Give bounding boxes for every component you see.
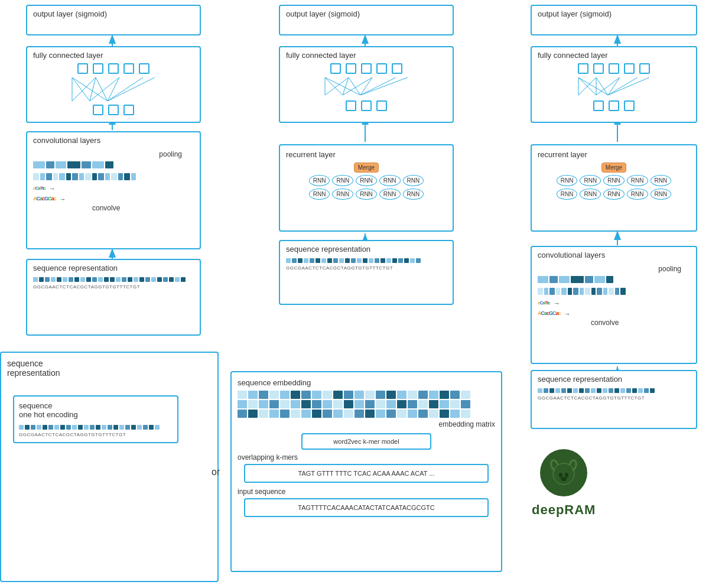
rnn-node: RNN [557,189,578,200]
dot [614,388,619,393]
svg-line-42 [96,77,108,101]
col3-motif-row2: ACacGCac → [538,310,690,317]
dot [96,425,100,430]
svg-line-48 [325,77,343,95]
dot [143,425,148,430]
col3-conv-label: convolutional layers [538,251,605,259]
dot [304,258,308,263]
kmers-text: TAGT GTTT TTTC TCAC ACAA AAAC ACAT ... [298,470,435,477]
nn-node [93,63,103,74]
svg-line-49 [325,77,360,95]
nn-node [609,63,619,74]
one-hot-dots [19,425,173,430]
dot [298,258,303,263]
dot [292,258,297,263]
col3-nn-row-bottom [593,100,635,111]
dot [48,425,53,430]
dot [145,277,150,282]
dot [84,425,89,430]
nn-node [593,63,604,74]
col3-conv-box: convolutional layers pooling [531,246,697,364]
dot [37,425,41,430]
svg-point-68 [559,473,562,477]
col2-merge-container: Merge [286,163,447,173]
col3-seqrep-label: sequence representation [538,375,622,384]
dot [108,425,112,430]
seq-embed-title: sequence embedding [238,378,495,387]
dot [351,258,356,263]
input-seq-box: TAGTTTTCACAAACATACTATCAATACGCGTC [244,498,489,517]
dot [310,258,314,263]
dot [69,277,73,282]
col3-motif2: ACacGCac [538,311,561,317]
nn-node [624,63,635,74]
dot [72,425,77,430]
deepram-logo-circle [540,449,587,496]
dot [45,277,50,282]
col2-seqrep-box: sequence representation G [279,240,454,305]
svg-line-62 [596,77,608,95]
dot [316,258,320,263]
embed-row1 [238,391,495,399]
col3-merge-box: Merge [601,163,626,173]
dot [573,388,578,393]
col2-output-box: output layer (sigmoid) [279,5,454,35]
col2-recurrent-label: recurrent layer [286,150,336,159]
col2-nn-row-bottom [346,100,387,111]
dot [175,277,180,282]
kmers-box: TAGT GTTT TTTC TCAC ACAA AAAC ACAT ... [244,464,489,483]
col2-nn-row-top [330,63,402,74]
nn-node [330,63,341,74]
col1-conv-row-full [33,173,194,180]
col1-fc-label: fully connected layer [33,51,103,60]
col1-nn-connections [66,77,161,101]
col1-conv-label: convolutional layers [33,136,100,145]
col1-conv-visual: cCaTtc → ACacGCac → convolve [33,161,194,212]
deepram-logo-container: deepRAM [532,449,596,518]
word2vec-label: word2vec k-mer model [333,438,399,445]
dot [116,277,121,282]
nn-node [639,63,650,74]
dot [139,277,144,282]
dot [169,277,174,282]
col1-motif-row1: cCaTtc → [33,185,194,192]
col3-nn-row-top [578,63,650,74]
col3-conv-row-full [538,288,690,295]
nn-node [624,100,635,111]
col3-fc-label: fully connected layer [538,51,608,60]
nn-node [361,100,372,111]
col1-seq-dots [33,277,194,282]
dot [404,258,409,263]
dot [163,277,168,282]
col1-output-label: output layer (sigmoid) [33,9,107,18]
rnn-node: RNN [356,175,377,186]
dot [131,425,136,430]
svg-line-51 [343,77,349,95]
rnn-node: RNN [627,175,648,186]
col1-convolve-label: convolve [92,204,194,212]
col3-nn-connections [573,77,655,97]
col1-seqrep-box: sequence representation [26,259,201,336]
dot [151,277,156,282]
col2-nn-connections [319,77,414,97]
col1-fc-visual [33,63,194,115]
col3-rnn-row1: RNN RNN RNN RNN RNN [538,175,690,186]
rnn-node: RNN [580,175,601,186]
dot [620,388,625,393]
nn-node [609,100,619,111]
nn-node [93,105,103,115]
rnn-node: RNN [651,189,672,200]
col2-fc-box: fully connected layer [279,46,454,123]
dot [181,277,186,282]
rnn-node: RNN [603,189,625,200]
dot [149,425,154,430]
diagram-container: output layer (sigmoid) fully connected l… [0,0,709,588]
dot [357,258,362,263]
deepram-ram-icon [545,454,583,492]
dot [19,425,24,430]
word2vec-box: word2vec k-mer model [301,433,431,450]
rnn-node: RNN [332,175,353,186]
rnn-node: RNN [651,175,672,186]
svg-line-63 [596,77,620,95]
dot [369,258,373,263]
